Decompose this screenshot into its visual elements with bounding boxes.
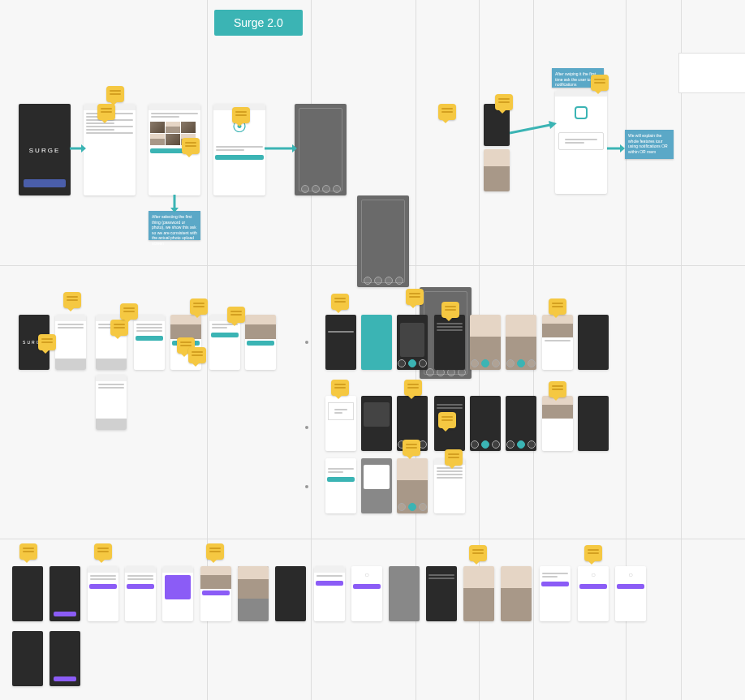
- screen-zoe-3[interactable]: [88, 566, 118, 621]
- screen-r2b-2[interactable]: [361, 315, 392, 370]
- screen-zoe-9[interactable]: [314, 566, 345, 621]
- comment-icon[interactable]: [227, 307, 245, 323]
- screen-r2b-5[interactable]: [470, 315, 501, 370]
- svg-marker-5: [549, 121, 557, 129]
- screen-zoe-b1[interactable]: [12, 631, 43, 686]
- toggle-icon: [575, 106, 588, 119]
- screen-zoe-2[interactable]: [50, 566, 80, 621]
- screen-zoe-1[interactable]: [12, 566, 43, 621]
- screen-r2b-6[interactable]: [506, 315, 536, 370]
- screen-r2b-8[interactable]: [578, 315, 609, 370]
- screen-zoe-13[interactable]: [463, 566, 494, 621]
- comment-icon[interactable]: [469, 545, 487, 561]
- comment-icon[interactable]: [120, 303, 138, 320]
- screen-zoe-10[interactable]: ○: [351, 566, 382, 621]
- comment-icon[interactable]: [441, 302, 459, 318]
- svg-line-4: [510, 125, 550, 133]
- screen-zoe-6[interactable]: [200, 566, 231, 621]
- comment-icon[interactable]: [206, 543, 224, 560]
- screen-r2d-3[interactable]: [397, 458, 428, 513]
- comment-icon[interactable]: [331, 294, 349, 310]
- screen-r2-8[interactable]: [96, 375, 127, 430]
- screen-sketch-2[interactable]: [357, 195, 409, 287]
- comment-icon[interactable]: [445, 449, 463, 466]
- svg-marker-7: [620, 144, 625, 152]
- sticky-note-1[interactable]: After selecting the first thing (passwor…: [149, 211, 200, 240]
- screen-zoe-16[interactable]: ○: [578, 566, 609, 621]
- screen-zoe-8[interactable]: [275, 566, 306, 621]
- bullet-icon: [305, 426, 308, 429]
- comment-icon[interactable]: [97, 104, 115, 120]
- comment-icon[interactable]: [94, 543, 112, 560]
- comment-icon[interactable]: [406, 289, 424, 305]
- screen-r2b-1[interactable]: [325, 315, 356, 370]
- screen-sketch-1[interactable]: [295, 104, 347, 195]
- comment-icon[interactable]: [549, 298, 566, 315]
- bullet-icon: [305, 485, 308, 488]
- comment-icon[interactable]: [438, 412, 456, 428]
- comment-icon[interactable]: [584, 545, 602, 561]
- comment-icon[interactable]: [63, 292, 81, 308]
- screen-zoe-b2[interactable]: [50, 631, 80, 686]
- screen-r2d-2[interactable]: [361, 458, 392, 513]
- screen-stack: [484, 104, 510, 191]
- screen-zoe-5[interactable]: [162, 566, 193, 621]
- comment-icon[interactable]: [188, 347, 206, 363]
- side-panel[interactable]: [678, 53, 745, 93]
- svg-marker-3: [292, 144, 297, 152]
- comment-icon[interactable]: [549, 381, 566, 397]
- screen-r2c-8[interactable]: [578, 396, 609, 451]
- screen-zoe-15[interactable]: [540, 566, 571, 621]
- comment-icon[interactable]: [404, 380, 422, 396]
- screen-mini-2[interactable]: [484, 149, 510, 191]
- design-canvas[interactable]: Surge 2.0 SURGE ⦿ After selecting the fi…: [0, 0, 745, 700]
- sticky-note-3[interactable]: We will explain the whole features tour …: [625, 130, 674, 159]
- comment-icon[interactable]: [232, 107, 250, 123]
- screen-zoe-7[interactable]: [238, 566, 269, 621]
- screen-zoe-14[interactable]: [501, 566, 532, 621]
- comment-icon[interactable]: [190, 298, 208, 315]
- grid-line: [681, 0, 682, 700]
- comment-icon[interactable]: [403, 440, 420, 456]
- comment-icon[interactable]: [38, 334, 56, 350]
- screen-r2-7[interactable]: [245, 315, 276, 370]
- screen-r2-2[interactable]: [55, 315, 86, 370]
- screen-r2c-5[interactable]: [470, 396, 501, 451]
- screen-r2c-6[interactable]: [506, 396, 536, 451]
- comment-icon[interactable]: [438, 104, 456, 120]
- screen-r2-4[interactable]: [134, 315, 165, 370]
- bullet-icon: [305, 341, 308, 344]
- screen-zoe-4[interactable]: [125, 566, 156, 621]
- screen-notification[interactable]: [555, 90, 607, 194]
- screen-r2c-7[interactable]: [542, 396, 573, 451]
- surge-logo: SURGE: [29, 146, 60, 153]
- screen-r2d-1[interactable]: [325, 458, 356, 513]
- svg-marker-1: [81, 144, 86, 152]
- comment-icon[interactable]: [591, 75, 609, 91]
- screen-zoe-11[interactable]: [389, 566, 420, 621]
- login-button: [24, 179, 66, 187]
- comment-icon[interactable]: [495, 94, 513, 110]
- screen-zoe-12[interactable]: [426, 566, 457, 621]
- screen-zoe-17[interactable]: ○: [615, 566, 646, 621]
- comment-icon[interactable]: [182, 138, 200, 154]
- svg-marker-9: [170, 208, 179, 213]
- screen-r2c-1[interactable]: [325, 396, 356, 451]
- comment-icon[interactable]: [331, 380, 349, 396]
- screen-r2b-3[interactable]: [397, 315, 428, 370]
- project-title: Surge 2.0: [214, 10, 303, 36]
- comment-icon[interactable]: [106, 86, 124, 102]
- comment-icon[interactable]: [19, 543, 37, 560]
- screen-r2b-4[interactable]: [434, 315, 465, 370]
- screen-r2c-2[interactable]: [361, 396, 392, 451]
- screen-r2b-7[interactable]: [542, 315, 573, 370]
- grid-line: [0, 539, 745, 539]
- screen-splash[interactable]: SURGE: [19, 104, 71, 195]
